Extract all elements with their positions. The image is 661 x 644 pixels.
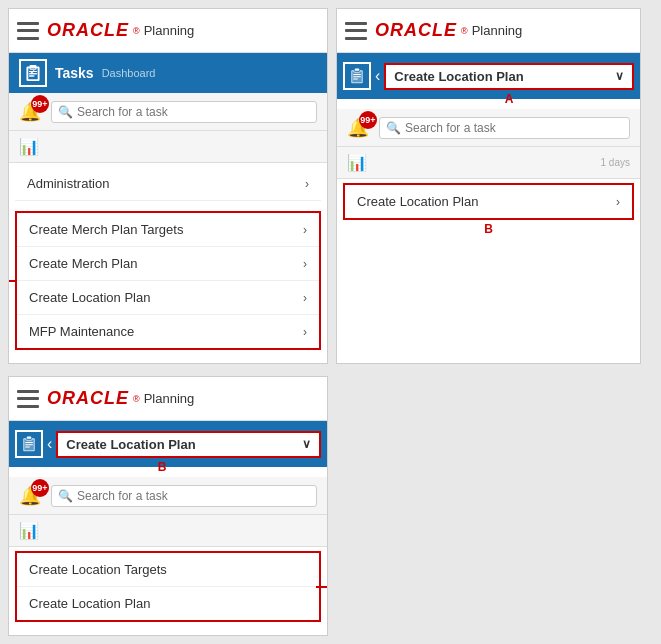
submenu-item-create-location-plan-c[interactable]: Create Location Plan bbox=[17, 587, 319, 620]
tasks-label: Tasks bbox=[55, 65, 94, 81]
submenu-item-create-location-targets[interactable]: Create Location Targets bbox=[17, 553, 319, 587]
panel-1: ORACLE ® Planning Tasks Dashboard 🔔 99+ bbox=[8, 8, 328, 364]
chart-bars-icon: 📊 bbox=[19, 137, 39, 156]
notification-badge-2: 99+ bbox=[359, 111, 377, 129]
submenu-section-b: Create Location Plan › bbox=[343, 183, 634, 220]
svg-rect-1 bbox=[355, 69, 360, 71]
admin-menu-item[interactable]: Administration › bbox=[15, 167, 321, 201]
registered-mark-3: ® bbox=[133, 394, 140, 404]
submenu-item-label: Create Location Plan bbox=[357, 194, 478, 209]
label-c-line bbox=[316, 586, 328, 588]
chevron-icon: › bbox=[303, 291, 307, 305]
search-input-3[interactable] bbox=[77, 489, 310, 503]
notification-bar-1: 🔔 99+ 🔍 bbox=[9, 93, 327, 131]
search-icon-2: 🔍 bbox=[386, 121, 401, 135]
bell-container[interactable]: 🔔 99+ bbox=[19, 101, 41, 123]
clipboard-icon bbox=[24, 64, 42, 82]
search-icon-1: 🔍 bbox=[58, 105, 73, 119]
task-icon-box[interactable] bbox=[19, 59, 47, 87]
label-a-line bbox=[8, 280, 16, 282]
notification-bar-3: 🔔 99+ 🔍 bbox=[9, 477, 327, 515]
search-box-1[interactable]: 🔍 bbox=[51, 101, 317, 123]
chart-bars-icon-2: 📊 bbox=[347, 153, 367, 172]
panel-2: ORACLE ® Planning ‹ Create Location Plan… bbox=[336, 8, 641, 364]
hamburger-icon[interactable] bbox=[17, 22, 39, 40]
charts-bar-1: 📊 bbox=[9, 131, 327, 163]
search-input-1[interactable] bbox=[77, 105, 310, 119]
charts-bar-2: 📊 1 days bbox=[337, 147, 640, 179]
chart-bars-icon-3: 📊 bbox=[19, 521, 39, 540]
notification-bar-2: 🔔 99+ 🔍 bbox=[337, 109, 640, 147]
label-b-p2: B bbox=[484, 222, 493, 236]
bell-container-2[interactable]: 🔔 99+ bbox=[347, 117, 369, 139]
panel-3: ORACLE ® Planning ‹ Create Location Plan… bbox=[8, 376, 328, 636]
search-icon-3: 🔍 bbox=[58, 489, 73, 503]
header-2: ORACLE ® Planning bbox=[337, 9, 640, 53]
registered-mark-2: ® bbox=[461, 26, 468, 36]
dropdown-label-a: Create Location Plan bbox=[394, 69, 523, 84]
menu-section-1: Create Merch Plan Targets › Create Merch… bbox=[15, 211, 321, 350]
planning-label-2: Planning bbox=[472, 23, 523, 38]
menu-section-wrapper: A Create Merch Plan Targets › Create Mer… bbox=[9, 207, 327, 354]
menu-item-create-merch-targets[interactable]: Create Merch Plan Targets › bbox=[17, 213, 319, 247]
submenu-item-label-targets: Create Location Targets bbox=[29, 562, 167, 577]
submenu-item-label-plan-c: Create Location Plan bbox=[29, 596, 150, 611]
menu-item-mfp-maintenance[interactable]: MFP Maintenance › bbox=[17, 315, 319, 348]
label-b-p3: B bbox=[158, 460, 167, 474]
admin-label: Administration bbox=[27, 176, 109, 191]
label-a-indicator: A bbox=[8, 274, 16, 288]
task-icon-box-3[interactable] bbox=[15, 430, 43, 458]
chevron-icon: › bbox=[303, 325, 307, 339]
search-input-2[interactable] bbox=[405, 121, 623, 135]
menu-item-create-merch-plan[interactable]: Create Merch Plan › bbox=[17, 247, 319, 281]
oracle-logo-3: ORACLE bbox=[47, 388, 129, 409]
menu-item-label: Create Merch Plan Targets bbox=[29, 222, 183, 237]
header-3: ORACLE ® Planning bbox=[9, 377, 327, 421]
dropdown-arrow-a: ∨ bbox=[615, 69, 624, 83]
back-arrow-icon[interactable]: ‹ bbox=[375, 67, 380, 85]
dropdown-select-b3[interactable]: Create Location Plan ∨ bbox=[56, 431, 321, 458]
submenu-section-c: Create Location Targets Create Location … bbox=[15, 551, 321, 622]
menu-item-label: MFP Maintenance bbox=[29, 324, 134, 339]
oracle-logo: ORACLE bbox=[47, 20, 129, 41]
label-a-p2: A bbox=[505, 92, 514, 106]
submenu-wrapper-b: Create Location Plan › B bbox=[343, 183, 634, 220]
dashboard-sublabel: Dashboard bbox=[102, 67, 156, 79]
oracle-logo-2: ORACLE bbox=[375, 20, 457, 41]
menu-item-label: Create Location Plan bbox=[29, 290, 150, 305]
tasks-bar: Tasks Dashboard bbox=[9, 53, 327, 93]
menu-item-label: Create Merch Plan bbox=[29, 256, 137, 271]
header-1: ORACLE ® Planning bbox=[9, 9, 327, 53]
clipboard-icon-2 bbox=[348, 67, 366, 85]
search-box-3[interactable]: 🔍 bbox=[51, 485, 317, 507]
tasks-bar-3: ‹ Create Location Plan ∨ B bbox=[9, 421, 327, 467]
submenu-chevron: › bbox=[616, 195, 620, 209]
dropdown-select-a[interactable]: Create Location Plan ∨ bbox=[384, 63, 634, 90]
dropdown-label-b3: Create Location Plan bbox=[66, 437, 195, 452]
dropdown-arrow-b3: ∨ bbox=[302, 437, 311, 451]
submenu-item-create-location-plan[interactable]: Create Location Plan › bbox=[345, 185, 632, 218]
dropdown-wrapper-b3: Create Location Plan ∨ B bbox=[56, 431, 321, 458]
registered-mark: ® bbox=[133, 26, 140, 36]
submenu-wrapper-c: Create Location Targets Create Location … bbox=[15, 551, 321, 622]
svg-rect-0 bbox=[31, 66, 36, 68]
hamburger-icon-2[interactable] bbox=[345, 22, 367, 40]
days-label: 1 days bbox=[601, 157, 630, 168]
hamburger-icon-3[interactable] bbox=[17, 390, 39, 408]
dropdown-wrapper-a: Create Location Plan ∨ A bbox=[384, 63, 634, 90]
admin-chevron: › bbox=[305, 177, 309, 191]
notification-badge: 99+ bbox=[31, 95, 49, 113]
search-box-2[interactable]: 🔍 bbox=[379, 117, 630, 139]
menu-item-create-location-plan[interactable]: Create Location Plan › bbox=[17, 281, 319, 315]
clipboard-icon-3 bbox=[20, 435, 38, 453]
planning-label-3: Planning bbox=[144, 391, 195, 406]
charts-bar-3: 📊 bbox=[9, 515, 327, 547]
chevron-icon: › bbox=[303, 223, 307, 237]
label-c-indicator: C bbox=[316, 580, 328, 594]
chevron-icon: › bbox=[303, 257, 307, 271]
task-icon-box-2[interactable] bbox=[343, 62, 371, 90]
svg-rect-2 bbox=[27, 437, 32, 439]
bell-container-3[interactable]: 🔔 99+ bbox=[19, 485, 41, 507]
notification-badge-3: 99+ bbox=[31, 479, 49, 497]
back-arrow-icon-3[interactable]: ‹ bbox=[47, 435, 52, 453]
